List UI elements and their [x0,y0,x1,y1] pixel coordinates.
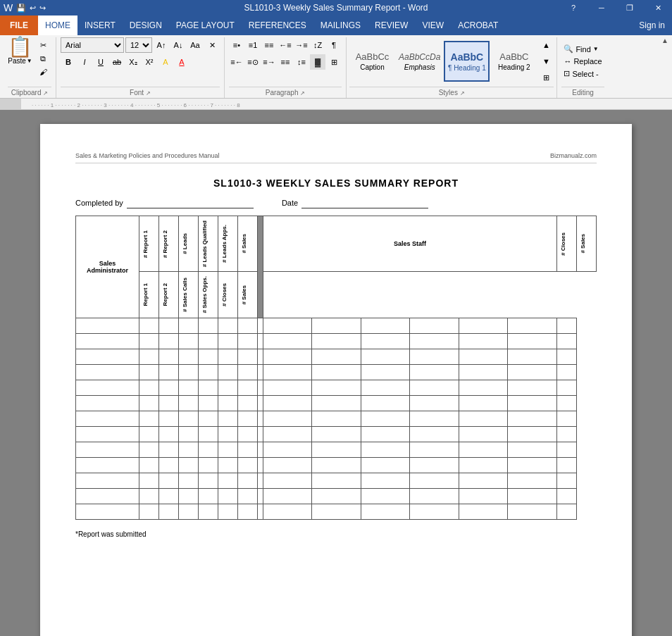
table-cell[interactable] [159,364,179,380]
clear-format-button[interactable]: ✕ [204,37,220,53]
table-cell[interactable] [76,411,139,426]
table-cell[interactable] [76,364,139,380]
table-cell[interactable] [410,426,459,442]
completed-by-input[interactable] [127,197,254,208]
table-cell[interactable] [410,442,459,457]
table-cell[interactable] [459,333,507,349]
table-cell[interactable] [508,411,557,426]
table-cell[interactable] [557,426,577,442]
table-cell[interactable] [159,504,179,519]
copy-button[interactable]: ⧉ [35,52,51,65]
table-cell[interactable] [459,364,507,380]
table-cell[interactable] [557,411,577,426]
table-cell[interactable] [238,349,258,364]
table-cell[interactable] [159,380,179,395]
table-cell[interactable] [139,333,159,349]
table-cell[interactable] [361,364,409,380]
underline-button[interactable]: U [93,54,108,70]
table-cell[interactable] [508,488,557,504]
table-cell[interactable] [258,457,263,473]
table-cell[interactable] [557,395,577,411]
table-cell[interactable] [557,442,577,457]
table-cell[interactable] [312,473,361,488]
table-cell[interactable] [459,411,507,426]
table-cell[interactable] [312,504,361,519]
table-cell[interactable] [238,426,258,442]
table-cell[interactable] [199,395,218,411]
font-color-button[interactable]: A [174,54,189,70]
table-cell[interactable] [410,504,459,519]
sign-in[interactable]: Sign in [632,20,672,30]
table-cell[interactable] [258,426,263,442]
table-cell[interactable] [76,333,139,349]
quick-access-redo[interactable]: ↪ [39,4,46,13]
table-cell[interactable] [139,395,159,411]
table-cell[interactable] [557,333,577,349]
strikethrough-button[interactable]: ab [109,54,125,70]
table-cell[interactable] [312,380,361,395]
menu-insert[interactable]: INSERT [77,15,123,35]
table-cell[interactable] [459,457,507,473]
style-heading1[interactable]: AaBbC ¶ Heading 1 [444,41,490,82]
table-cell[interactable] [258,380,263,395]
table-cell[interactable] [139,457,159,473]
table-cell[interactable] [361,411,409,426]
table-cell[interactable] [199,411,218,426]
table-cell[interactable] [263,457,312,473]
table-cell[interactable] [508,318,557,333]
table-cell[interactable] [557,349,577,364]
table-cell[interactable] [139,364,159,380]
increase-indent-button[interactable]: →≡ [294,37,309,53]
table-cell[interactable] [179,457,199,473]
table-cell[interactable] [459,318,507,333]
replace-button[interactable]: ↔ Replace [561,56,604,66]
table-cell[interactable] [159,426,179,442]
table-cell[interactable] [159,349,179,364]
paste-button[interactable]: 📋 Paste ▼ [8,37,32,65]
table-cell[interactable] [508,364,557,380]
menu-page-layout[interactable]: PAGE LAYOUT [169,15,242,35]
table-cell[interactable] [312,318,361,333]
table-cell[interactable] [139,504,159,519]
menu-view[interactable]: VIEW [415,15,451,35]
font-size-select[interactable]: 12 [125,37,152,53]
bold-button[interactable]: B [61,54,76,70]
style-heading2[interactable]: AaBbC Heading 2 [491,41,537,82]
table-cell[interactable] [238,364,258,380]
table-cell[interactable] [508,442,557,457]
table-cell[interactable] [218,349,238,364]
close-btn[interactable]: ✕ [644,0,672,15]
table-cell[interactable] [410,380,459,395]
table-cell[interactable] [410,457,459,473]
table-cell[interactable] [159,442,179,457]
table-cell[interactable] [179,395,199,411]
table-cell[interactable] [199,504,218,519]
table-cell[interactable] [76,504,139,519]
table-cell[interactable] [312,395,361,411]
align-right-button[interactable]: ≡→ [261,54,277,70]
table-cell[interactable] [76,488,139,504]
table-cell[interactable] [238,457,258,473]
table-cell[interactable] [76,426,139,442]
align-center-button[interactable]: ≡⊙ [245,54,261,70]
table-cell[interactable] [139,411,159,426]
table-cell[interactable] [410,364,459,380]
restore-btn[interactable]: ❐ [616,0,644,15]
table-cell[interactable] [508,333,557,349]
show-formatting-button[interactable]: ¶ [326,37,342,53]
menu-mailings[interactable]: MAILINGS [313,15,368,35]
table-cell[interactable] [218,504,238,519]
table-cell[interactable] [361,349,409,364]
table-cell[interactable] [218,380,238,395]
table-cell[interactable] [159,318,179,333]
table-cell[interactable] [199,333,218,349]
numbering-button[interactable]: ≡1 [245,37,261,53]
table-cell[interactable] [508,349,557,364]
style-caption[interactable]: AaBbCc Caption [349,41,395,82]
table-cell[interactable] [258,349,263,364]
borders-button[interactable]: ⊞ [326,54,342,70]
table-cell[interactable] [199,349,218,364]
font-grow-button[interactable]: A↑ [154,37,169,53]
table-cell[interactable] [238,333,258,349]
table-cell[interactable] [361,395,409,411]
